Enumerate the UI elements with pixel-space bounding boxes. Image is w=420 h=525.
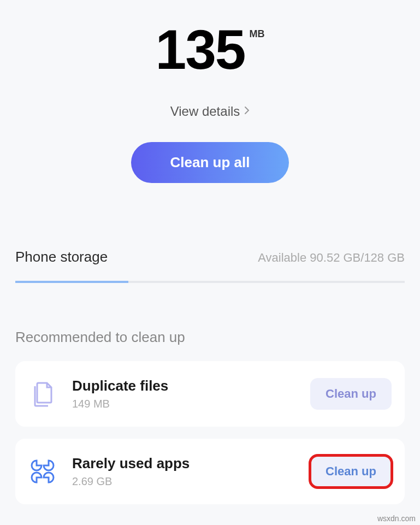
clean-up-button[interactable]: Clean up	[310, 456, 392, 487]
card-subtitle: 149 MB	[72, 398, 295, 410]
view-details-link[interactable]: View details	[170, 104, 250, 119]
storage-progress-bar	[15, 281, 405, 283]
watermark: wsxdn.com	[377, 514, 416, 523]
recommended-section-title: Recommended to clean up	[0, 329, 420, 346]
cleanable-size-value: 135	[155, 22, 245, 78]
card-title: Duplicate files	[72, 377, 295, 394]
chevron-right-icon	[244, 106, 250, 117]
card-subtitle: 2.69 GB	[72, 475, 295, 488]
recommend-card-rarely-used-apps[interactable]: Rarely used apps 2.69 GB Clean up	[15, 439, 405, 504]
view-details-label: View details	[170, 104, 240, 119]
storage-available-text: Available 90.52 GB/128 GB	[258, 251, 405, 265]
cleanable-size-display: 135 MB	[155, 22, 264, 78]
card-title: Rarely used apps	[72, 455, 295, 472]
storage-progress-fill	[15, 281, 128, 283]
clean-up-button[interactable]: Clean up	[310, 378, 392, 410]
apps-icon	[28, 457, 57, 486]
clean-up-all-button[interactable]: Clean up all	[131, 142, 289, 183]
recommend-card-duplicate-files[interactable]: Duplicate files 149 MB Clean up	[15, 361, 405, 427]
phone-storage-title: Phone storage	[15, 249, 108, 266]
duplicate-files-icon	[28, 380, 57, 408]
cleanable-size-unit: MB	[250, 28, 265, 40]
